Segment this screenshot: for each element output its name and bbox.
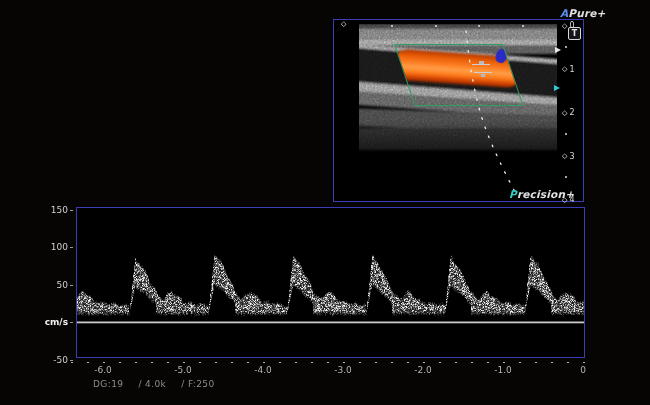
x-tick-dot xyxy=(167,362,169,364)
top-ruler-dot xyxy=(478,25,480,27)
x-tick-dot xyxy=(215,362,217,364)
x-tick-dot xyxy=(503,362,505,364)
depth-marker: ◇0 xyxy=(562,22,574,30)
x-tick-dot xyxy=(439,362,441,364)
y-tick-label: 150 xyxy=(38,206,68,215)
x-tick-dot xyxy=(423,362,425,364)
top-ruler-dot xyxy=(522,25,524,27)
x-tick-dot xyxy=(375,362,377,364)
y-tick-label: 100 xyxy=(38,243,68,252)
x-tick-dot xyxy=(135,362,137,364)
x-tick-dot xyxy=(199,362,201,364)
brand-bottom-rest: recision+ xyxy=(517,188,574,200)
x-tick-dot xyxy=(311,362,313,364)
x-tick-dot xyxy=(231,362,233,364)
y-tick-mark xyxy=(70,210,73,211)
depth-marker: ◇2 xyxy=(562,109,574,117)
spectral-display-panel[interactable] xyxy=(76,207,585,358)
depth-half-dot xyxy=(565,133,567,135)
depth-diamond-icon: ◇ xyxy=(562,66,567,73)
x-tick-dot xyxy=(87,362,89,364)
gate-lower-mark xyxy=(481,74,485,77)
steer-marker-icon[interactable] xyxy=(554,85,560,91)
brand-top-rest: Pure+ xyxy=(568,7,605,19)
x-tick-label: -1.0 xyxy=(494,366,512,375)
gate-lower-line xyxy=(474,72,492,73)
x-tick-label: -5.0 xyxy=(174,366,192,375)
scale-value: / 4.0k xyxy=(138,379,166,389)
depth-label: 2 xyxy=(569,109,574,117)
depth-diamond-icon: ◇ xyxy=(562,23,567,30)
x-tick-dot xyxy=(471,362,473,364)
x-tick-label: -2.0 xyxy=(414,366,432,375)
depth-diamond-icon: ◇ xyxy=(562,153,567,160)
x-tick-dot xyxy=(487,362,489,364)
precision-label: Precision+ xyxy=(509,188,574,200)
x-tick-dot xyxy=(183,362,185,364)
y-tick-label: -50 xyxy=(38,356,68,365)
x-tick-dot xyxy=(583,362,585,364)
x-tick-dot xyxy=(71,362,73,364)
y-tick-mark xyxy=(70,285,73,286)
y-tick-mark xyxy=(70,322,73,323)
x-tick-dot xyxy=(263,362,265,364)
image-display-panel[interactable]: ◇ T ◇0◇1◇2◇3◇4 xyxy=(333,19,584,202)
x-tick-dot xyxy=(551,362,553,364)
aplio-pure-label: APure+ xyxy=(560,7,606,19)
filter-value: / F:250 xyxy=(181,379,214,389)
top-ruler-dot xyxy=(435,25,437,27)
y-tick-mark xyxy=(70,360,73,361)
depth-half-dot xyxy=(565,46,567,48)
top-ruler-dot xyxy=(391,25,393,27)
x-tick-label: -4.0 xyxy=(254,366,272,375)
depth-label: 3 xyxy=(569,153,574,161)
y-tick-label: 50 xyxy=(38,281,68,290)
gate-upper-line xyxy=(472,64,490,65)
x-tick-dot xyxy=(391,362,393,364)
x-tick-dot xyxy=(407,362,409,364)
y-tick-mark xyxy=(70,247,73,248)
brand-bottom-prefix: P xyxy=(509,188,517,200)
gain-value: DG:19 xyxy=(93,379,123,389)
x-tick-label: -6.0 xyxy=(94,366,112,375)
x-tick-dot xyxy=(567,362,569,364)
x-tick-dot xyxy=(327,362,329,364)
depth-label: 0 xyxy=(569,22,574,30)
x-tick-dot xyxy=(535,362,537,364)
ultrasound-screen: ◇ T ◇0◇1◇2◇3◇4 APure+ Precision+ DG:19 /… xyxy=(0,0,650,405)
y-tick-label: cm/s xyxy=(38,318,68,327)
x-tick-dot xyxy=(151,362,153,364)
depth-label: 1 xyxy=(569,66,574,74)
x-tick-dot xyxy=(343,362,345,364)
x-tick-label: -3.0 xyxy=(334,366,352,375)
focus-marker-icon[interactable] xyxy=(555,47,561,53)
x-tick-dot xyxy=(247,362,249,364)
doppler-settings-status: DG:19 / 4.0k / F:250 xyxy=(93,379,215,389)
depth-marker: ◇1 xyxy=(562,66,574,74)
depth-marker: ◇3 xyxy=(562,153,574,161)
x-tick-dot xyxy=(295,362,297,364)
depth-half-dot xyxy=(565,176,567,178)
top-ruler-origin-icon: ◇ xyxy=(341,21,346,28)
x-tick-label: 0 xyxy=(580,366,586,375)
x-tick-dot xyxy=(119,362,121,364)
x-tick-dot xyxy=(519,362,521,364)
spectral-waveform[interactable] xyxy=(77,208,584,356)
depth-diamond-icon: ◇ xyxy=(562,110,567,117)
x-tick-dot xyxy=(455,362,457,364)
x-tick-dot xyxy=(359,362,361,364)
doppler-beam-line xyxy=(334,20,583,201)
x-tick-dot xyxy=(103,362,105,364)
x-tick-dot xyxy=(279,362,281,364)
